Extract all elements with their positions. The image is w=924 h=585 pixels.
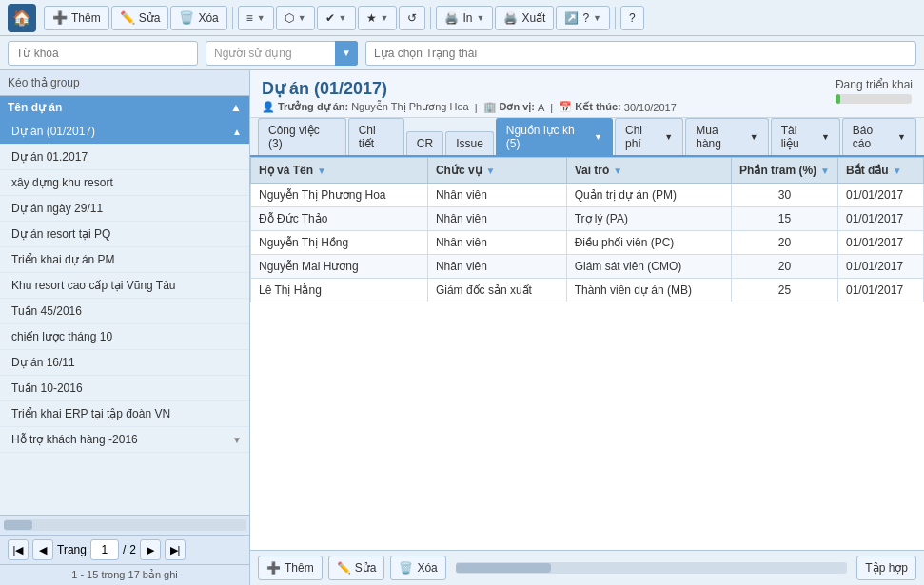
project-header: Dự án (01/2017) 👤 Trưởng dự án: Nguyễn T…	[250, 70, 924, 118]
table-row[interactable]: Nguyễn Thị Hồng Nhân viên Điều phối viên…	[251, 231, 924, 255]
tab-chi-tiet[interactable]: Chi tiết	[348, 118, 404, 155]
person-icon: 👤	[262, 101, 275, 113]
status-filter-input[interactable]	[365, 41, 916, 66]
plus-icon: ➕	[266, 561, 281, 575]
chain-button[interactable]: ⬡ ▼	[276, 6, 315, 30]
cell-name: Nguyễn Mai Hương	[251, 255, 428, 279]
sort-icon: ▲	[230, 101, 242, 114]
cell-position: Nhân viên	[427, 231, 566, 255]
refresh-button[interactable]: ↺	[399, 6, 425, 30]
sidebar-item[interactable]: Tuần 45/2016	[0, 299, 249, 324]
check-button[interactable]: ✔ ▼	[317, 6, 356, 30]
sidebar-header: Tên dự án ▲	[0, 96, 249, 119]
plus-icon: ➕	[52, 10, 68, 25]
bottom-sua-button[interactable]: ✏️ Sửa	[328, 556, 385, 580]
menu-button[interactable]: ≡ ▼	[238, 6, 274, 30]
star-button[interactable]: ★ ▼	[358, 6, 398, 30]
pagination: |◀ ◀ Trang / 2 ▶ ▶|	[0, 535, 249, 564]
sidebar-item[interactable]: Dự án ngày 29/11	[0, 196, 249, 222]
tab-mua-hang[interactable]: Mua hàng ▼	[685, 118, 768, 155]
data-table-area: Họ và Tên ▼ Chức vụ ▼ Va	[250, 157, 924, 550]
table-row[interactable]: Lê Thị Hằng Giám đốc sản xuất Thành viên…	[251, 279, 924, 302]
data-table: Họ và Tên ▼ Chức vụ ▼ Va	[250, 157, 924, 302]
page-input[interactable]	[90, 539, 119, 560]
sidebar-item[interactable]: chiến lược tháng 10	[0, 324, 249, 350]
cell-position: Nhân viên	[427, 255, 566, 279]
tab-cr[interactable]: CR	[406, 131, 443, 155]
cell-name: Đỗ Đức Thảo	[251, 207, 428, 231]
in-button[interactable]: 🖨️ Xuất	[495, 6, 554, 30]
sua-button[interactable]: ✏️ Sửa	[111, 6, 169, 30]
page-separator: /	[123, 543, 126, 556]
keyword-input[interactable]	[8, 41, 198, 66]
filter-bar: Người sử dụng ▼	[0, 36, 924, 70]
cell-role: Quản trị dự án (PM)	[566, 184, 731, 207]
sidebar-scrollbar-h[interactable]	[4, 519, 246, 531]
tab-arrow-icon: ▼	[664, 132, 673, 142]
sidebar-item[interactable]: Dự án (01/2017) ▲	[0, 119, 249, 145]
table-row[interactable]: Nguyễn Mai Hương Nhân viên Giám sát viên…	[251, 255, 924, 279]
trash-icon: 🗑️	[399, 561, 413, 575]
prev-page-button[interactable]: ◀	[32, 539, 53, 560]
first-page-button[interactable]: |◀	[8, 539, 29, 560]
tab-arrow-icon: ▼	[897, 132, 906, 142]
tab-issue[interactable]: Issue	[445, 131, 494, 155]
user-select[interactable]: Người sử dụng	[206, 41, 358, 66]
main-content: Kéo thả group Tên dự án ▲ Dự án (01/2017…	[0, 70, 924, 585]
tap-hop-button[interactable]: Tập hợp	[856, 556, 916, 580]
next-page-button[interactable]: ▶	[140, 539, 161, 560]
tab-chi-phi[interactable]: Chi phí ▼	[615, 118, 683, 155]
cell-percent: 25	[732, 279, 838, 302]
chevron-down-icon: ▼	[593, 13, 601, 23]
sidebar-item[interactable]: Dự án resort tại PQ	[0, 222, 249, 247]
last-page-button[interactable]: ▶|	[165, 539, 186, 560]
filter-icon[interactable]: ▼	[893, 166, 902, 176]
bottom-xoa-button[interactable]: 🗑️ Xóa	[390, 556, 445, 580]
bottom-them-button[interactable]: ➕ Thêm	[258, 556, 323, 580]
tab-tai-lieu[interactable]: Tài liệu ▼	[771, 118, 840, 155]
xuat-button[interactable]: ↗️ ? ▼	[556, 6, 610, 30]
edit-icon: ✏️	[120, 10, 135, 25]
cell-percent: 20	[732, 231, 838, 255]
tab-bao-cao[interactable]: Báo cáo ▼	[842, 118, 916, 155]
table-scrollbar-h[interactable]	[456, 562, 848, 574]
xoa-button[interactable]: 🗑️ Xóa	[170, 6, 226, 30]
separator-3	[615, 7, 616, 29]
separator-2	[430, 7, 431, 29]
sidebar-item[interactable]: Tuần 10-2016	[0, 376, 249, 401]
table-row[interactable]: Nguyễn Thị Phương Hoa Nhân viên Quản trị…	[251, 184, 924, 207]
tab-arrow-icon: ▼	[821, 132, 830, 142]
help-button[interactable]: ?	[620, 6, 644, 30]
filter-icon[interactable]: ▼	[317, 166, 326, 176]
tab-nguon-luc[interactable]: Nguồn lực kh (5) ▼	[496, 118, 613, 155]
sidebar-item[interactable]: Dự án 01.2017	[0, 145, 249, 170]
sidebar-item[interactable]: Triển khai dự án PM	[0, 247, 249, 273]
cell-name: Nguyễn Thị Hồng	[251, 231, 428, 255]
chevron-down-icon: ▼	[232, 435, 242, 445]
them-button[interactable]: ➕ Thêm	[44, 6, 109, 30]
sidebar-item[interactable]: Triển khai ERP tại tập đoàn VN	[0, 401, 249, 427]
cell-start: 01/01/2017	[838, 207, 924, 231]
tab-arrow-icon: ▼	[594, 132, 602, 142]
scrollbar-thumb	[4, 520, 32, 530]
calendar-icon: 📅	[559, 101, 572, 113]
filter-icon[interactable]: ▼	[613, 166, 622, 176]
separator-1	[232, 7, 233, 29]
sidebar-item[interactable]: Dự án 16/11	[0, 350, 249, 376]
tab-cong-viec[interactable]: Công việc (3)	[258, 118, 346, 155]
cell-name: Lê Thị Hằng	[251, 279, 428, 302]
sidebar-item[interactable]: xây dựng khu resort	[0, 170, 249, 196]
table-row[interactable]: Đỗ Đức Thảo Nhân viên Trợ lý (PA) 15 01/…	[251, 207, 924, 231]
tabs-bar: Công việc (3) Chi tiết CR Issue Nguồn lự…	[250, 118, 924, 157]
filter-icon[interactable]: ▼	[486, 166, 496, 176]
cell-percent: 15	[732, 207, 838, 231]
cell-position: Giám đốc sản xuất	[427, 279, 566, 302]
tab-arrow-icon: ▼	[750, 132, 758, 142]
sidebar-item[interactable]: Hỗ trợ khách hàng -2016 ▼	[0, 427, 249, 453]
filter-icon[interactable]: ▼	[820, 166, 830, 176]
xem-button[interactable]: 🖨️ In ▼	[436, 6, 493, 30]
main-toolbar: 🏠 ➕ Thêm ✏️ Sửa 🗑️ Xóa ≡ ▼ ⬡ ▼ ✔ ▼ ★ ▼ ↺…	[0, 0, 924, 36]
sidebar-item[interactable]: Khu resort cao cấp tại Vũng Tàu	[0, 273, 249, 299]
table-header-row: Họ và Tên ▼ Chức vụ ▼ Va	[251, 158, 924, 184]
drag-group-label: Kéo thả group	[0, 70, 249, 96]
